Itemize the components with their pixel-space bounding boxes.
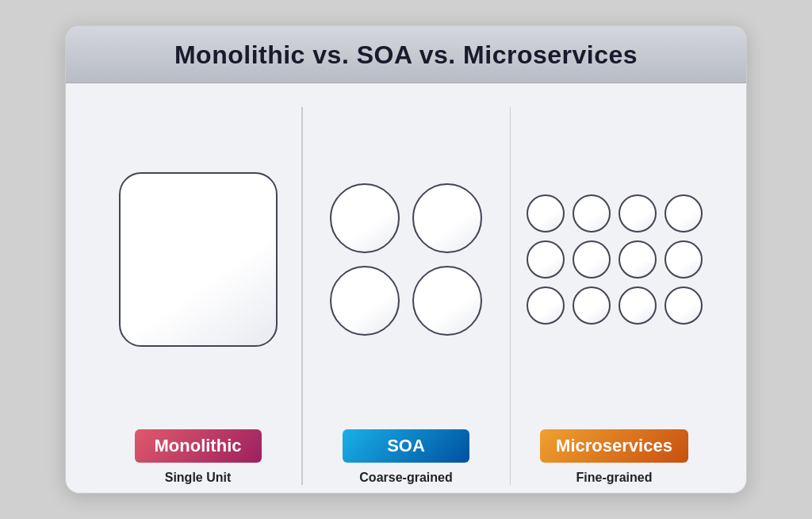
soa-sublabel: Coarse-grained [359,471,452,485]
microservices-circles-grid [527,194,703,325]
header: Monolithic vs. SOA vs. Microservices [66,26,746,83]
column-microservices: Microservices Fine-grained [514,107,714,485]
micro-circle-2 [573,194,611,233]
microservices-visual [522,107,707,412]
micro-circle-12 [665,286,703,325]
monolithic-sublabel: Single Unit [165,471,232,485]
soa-circle-4 [412,266,482,336]
micro-circle-5 [527,240,565,279]
micro-circle-6 [573,240,611,279]
microservices-labels: Microservices Fine-grained [540,429,688,485]
column-soa: SOA Coarse-grained [306,107,507,485]
soa-circles-grid [330,183,482,336]
micro-circle-1 [527,194,565,233]
micro-circle-11 [619,286,657,325]
divider-2 [510,107,511,485]
page-title: Monolithic vs. SOA vs. Microservices [85,40,727,70]
microservices-badge: Microservices [540,429,688,463]
monolithic-labels: Monolithic Single Unit [135,429,262,485]
monolithic-badge: Monolithic [135,429,262,463]
monolithic-rectangle [119,172,278,347]
micro-circle-9 [527,286,565,325]
soa-circle-2 [412,183,482,253]
micro-circle-10 [573,286,611,325]
soa-labels: SOA Coarse-grained [343,429,469,485]
monolithic-visual [105,107,290,412]
soa-circle-3 [330,266,400,336]
column-monolithic: Monolithic Single Unit [98,107,298,485]
soa-circle-1 [330,183,400,253]
micro-circle-4 [665,194,703,233]
divider-1 [301,107,303,485]
micro-circle-7 [619,240,657,279]
micro-circle-8 [665,240,703,279]
main-card: Monolithic vs. SOA vs. Microservices Mon… [65,25,747,494]
soa-badge: SOA [343,429,469,463]
content-area: Monolithic Single Unit SOA Coarse-graine… [66,83,746,493]
microservices-sublabel: Fine-grained [576,471,652,485]
micro-circle-3 [619,194,657,233]
soa-visual [314,107,499,412]
